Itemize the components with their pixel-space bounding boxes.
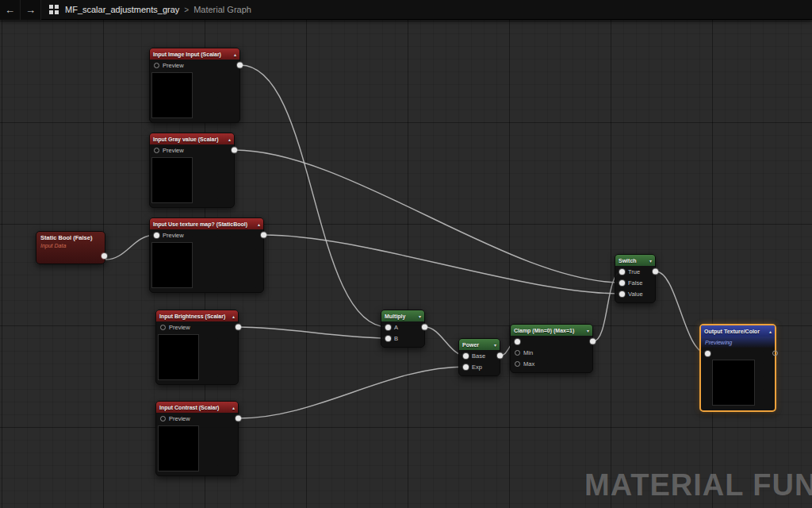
material-graph-canvas[interactable]: MATERIAL FUNCT Input Image Input (Scalar… xyxy=(0,0,812,508)
input-pin-value[interactable] xyxy=(515,339,520,344)
output-pin[interactable] xyxy=(237,63,243,68)
collapse-icon[interactable]: ▴ xyxy=(230,314,235,319)
preview-input-pin[interactable] xyxy=(154,148,159,153)
node-header[interactable]: Input Use texture map? (StaticBool) ▴ xyxy=(150,218,263,229)
preview-label: Preview xyxy=(163,232,184,239)
node-static-bool[interactable]: Static Bool (False) Input Data xyxy=(36,231,105,264)
previewing-label: Previewing xyxy=(701,337,775,348)
node-title: Clamp (Min=0) (Max=1) xyxy=(514,328,574,333)
input-pin-true[interactable] xyxy=(619,269,625,275)
pin-label: Value xyxy=(628,291,643,298)
breadcrumb-asset-name[interactable]: MF_scalar_adjustments_gray xyxy=(65,5,179,14)
collapse-icon[interactable]: ▴ xyxy=(226,137,231,142)
output-pin[interactable] xyxy=(653,269,658,275)
input-pin-min[interactable] xyxy=(515,350,520,356)
pin-row: Base xyxy=(459,350,500,361)
input-pin-false[interactable] xyxy=(619,280,625,286)
node-multiply[interactable]: Multiply ▾ A B xyxy=(381,310,425,348)
node-header[interactable]: Input Contrast (Scalar) ▴ xyxy=(156,402,238,413)
breadcrumb: MF_scalar_adjustments_gray > Material Gr… xyxy=(65,5,251,14)
forward-button[interactable]: → xyxy=(21,0,41,20)
collapse-icon[interactable]: ▴ xyxy=(767,329,772,334)
node-header[interactable]: Input Brightness (Scalar) ▴ xyxy=(156,310,238,321)
pin-label: Min xyxy=(523,349,533,356)
pin-row: True xyxy=(615,266,655,277)
input-pin-exp[interactable] xyxy=(463,364,469,370)
node-title: Switch xyxy=(619,258,637,264)
input-pin-b[interactable] xyxy=(385,336,391,341)
pin-row: B xyxy=(381,333,424,344)
node-title: Static Bool (False) xyxy=(40,234,101,241)
breadcrumb-separator-icon: > xyxy=(184,6,189,14)
preview-image xyxy=(151,242,193,288)
preview-input-pin[interactable] xyxy=(160,416,166,421)
back-button[interactable]: ← xyxy=(0,0,21,20)
dropdown-icon[interactable]: ▾ xyxy=(416,314,421,319)
node-power[interactable]: Power ▾ Base Exp xyxy=(458,338,500,376)
preview-image xyxy=(151,72,193,118)
wire-contrast-to-power-exp[interactable] xyxy=(239,367,465,418)
preview-image xyxy=(712,360,755,406)
node-input-brightness[interactable]: Input Brightness (Scalar) ▴ Preview xyxy=(155,310,239,385)
preview-pin-row: Preview xyxy=(150,229,263,241)
output-pin[interactable] xyxy=(236,325,241,330)
node-title: Input Use texture map? (StaticBool) xyxy=(153,221,247,227)
preview-input-pin[interactable] xyxy=(154,63,159,68)
output-pin[interactable] xyxy=(232,148,237,153)
node-title: Multiply xyxy=(385,314,405,319)
input-pin[interactable] xyxy=(705,351,710,356)
breadcrumb-bar: ← → MF_scalar_adjustments_gray > Materia… xyxy=(0,0,812,20)
pin-row xyxy=(701,348,775,359)
dropdown-icon[interactable]: ▾ xyxy=(584,328,589,333)
preview-pin-row: Preview xyxy=(150,144,234,156)
node-header[interactable]: Output Texture/Color ▴ xyxy=(701,325,775,337)
pin-label: False xyxy=(628,279,642,287)
output-pin[interactable] xyxy=(102,253,107,259)
node-header[interactable]: Switch ▾ xyxy=(615,255,655,266)
input-pin-max[interactable] xyxy=(515,361,520,367)
node-header[interactable]: Input Gray value (Scalar) ▴ xyxy=(150,133,234,144)
input-pin-a[interactable] xyxy=(385,325,391,330)
input-pin-value[interactable] xyxy=(619,291,625,297)
node-input-image[interactable]: Input Image Input (Scalar) ▴ Preview xyxy=(149,48,240,123)
node-title: Input Brightness (Scalar) xyxy=(159,314,225,319)
node-title: Input Contrast (Scalar) xyxy=(159,405,219,410)
pin-row: Max xyxy=(511,358,592,369)
pin-label: Exp xyxy=(472,364,482,371)
output-pin[interactable] xyxy=(772,351,778,356)
pin-label: Base xyxy=(472,352,485,360)
wire-staticbool-to-usetexturemap[interactable] xyxy=(105,235,155,260)
node-switch[interactable]: Switch ▾ True False Value xyxy=(615,254,656,303)
node-output-texture-color[interactable]: Output Texture/Color ▴ Previewing xyxy=(699,324,776,412)
preview-label: Preview xyxy=(169,415,190,422)
node-header[interactable]: Clamp (Min=0) (Max=1) ▾ xyxy=(511,325,592,336)
output-pin[interactable] xyxy=(590,339,596,344)
node-input-use-texture-map[interactable]: Input Use texture map? (StaticBool) ▴ Pr… xyxy=(149,217,264,293)
preview-pin-row: Preview xyxy=(156,321,238,333)
pin-row: Value xyxy=(615,288,655,299)
output-pin[interactable] xyxy=(497,353,503,359)
node-input-gray-value[interactable]: Input Gray value (Scalar) ▴ Preview xyxy=(149,133,235,208)
collapse-icon[interactable]: ▴ xyxy=(255,221,260,227)
dropdown-icon[interactable]: ▾ xyxy=(647,258,652,264)
breadcrumb-current-graph[interactable]: Material Graph xyxy=(193,5,251,14)
pin-row: Exp xyxy=(459,361,500,372)
dropdown-icon[interactable]: ▾ xyxy=(492,342,496,348)
node-header[interactable]: Power ▾ xyxy=(459,339,500,350)
node-header[interactable]: Multiply ▾ xyxy=(381,310,424,321)
wire-grayvalue-to-switch-false[interactable] xyxy=(235,150,622,283)
output-pin[interactable] xyxy=(422,325,427,330)
preview-input-pin[interactable] xyxy=(154,233,159,238)
output-pin[interactable] xyxy=(236,416,241,421)
collapse-icon[interactable]: ▴ xyxy=(230,405,235,410)
input-pin-base[interactable] xyxy=(463,353,469,359)
wire-usetexturemap-to-switch-value[interactable] xyxy=(264,235,622,294)
node-header[interactable]: Input Image Input (Scalar) ▴ xyxy=(150,48,239,60)
wire-brightness-to-multiply-b[interactable] xyxy=(239,327,388,338)
node-clamp[interactable]: Clamp (Min=0) (Max=1) ▾ Min Max xyxy=(510,324,593,373)
output-pin[interactable] xyxy=(261,233,266,238)
preview-input-pin[interactable] xyxy=(160,325,166,330)
node-input-contrast[interactable]: Input Contrast (Scalar) ▴ Preview xyxy=(155,401,239,476)
collapse-icon[interactable]: ▴ xyxy=(232,52,236,57)
preview-image xyxy=(151,157,193,203)
